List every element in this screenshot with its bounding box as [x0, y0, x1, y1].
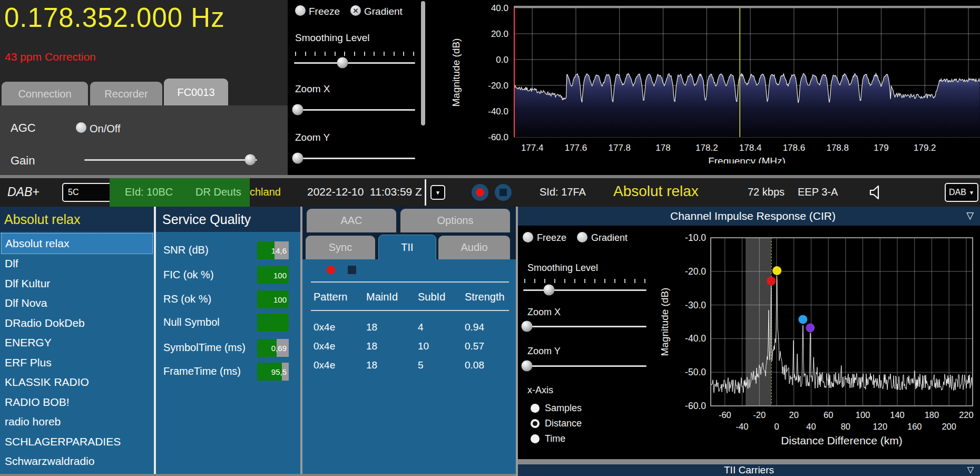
- agc-radio[interactable]: [76, 122, 86, 133]
- service-quality-rows: SNR (dB)14,6FIC (ok %)100RS (ok %)100Nul…: [156, 207, 300, 476]
- collapse-triangle-icon[interactable]: ▽: [967, 464, 974, 474]
- svg-text:178.8: 178.8: [826, 143, 849, 153]
- bottom-edge: [0, 474, 516, 476]
- tab-recorder[interactable]: Recorder: [90, 82, 162, 106]
- tii-cell: 10: [418, 341, 429, 352]
- cir-zoomy-slider[interactable]: [523, 360, 646, 373]
- svg-text:-40.0: -40.0: [685, 333, 706, 344]
- service-quality-panel: Service Quality SNR (dB)14,6FIC (ok %)10…: [156, 207, 300, 476]
- quality-bar-value: 14,6: [271, 241, 287, 259]
- output-device-combo[interactable]: DAB ▼: [945, 183, 978, 202]
- quality-row-label: FIC (ok %): [163, 269, 214, 281]
- service-item[interactable]: DRadio DokDeb: [1, 313, 153, 333]
- tuner-panel: 0.178.352.000 Hz 43 ppm Correction Conne…: [0, 0, 288, 175]
- tii-carriers-title: TII Carriers: [724, 464, 774, 476]
- svg-text:180: 180: [925, 410, 939, 420]
- tab-fc0013[interactable]: FC0013: [164, 79, 228, 106]
- spectrum-svg: 40.020.00.0-20.0-40.0-60.0177.4177.6177.…: [446, 0, 980, 163]
- ppm-correction: 43 ppm Correction: [5, 51, 96, 63]
- record-button[interactable]: [472, 184, 488, 201]
- radio-icon: [531, 434, 540, 443]
- svg-text:160: 160: [907, 422, 922, 431]
- spectrum-smoothing-slider[interactable]: [294, 57, 415, 70]
- cir-freeze-label: Freeze: [537, 232, 566, 244]
- tii-cell: 0.57: [465, 341, 484, 352]
- svg-text:140: 140: [890, 410, 905, 420]
- service-item[interactable]: Dlf: [1, 254, 153, 274]
- svg-text:100: 100: [856, 410, 870, 420]
- service-item[interactable]: Schwarzwaldradio: [1, 452, 153, 472]
- spectrum-zoomx-slider[interactable]: [294, 104, 415, 116]
- speaker-icon[interactable]: [867, 183, 885, 201]
- svg-text:120: 120: [873, 422, 888, 431]
- svg-text:40: 40: [806, 422, 816, 431]
- channel-combo-value: 5C: [68, 188, 79, 197]
- xaxis-option-time[interactable]: Time: [531, 431, 636, 446]
- svg-text:178: 178: [655, 143, 670, 153]
- service-item[interactable]: SCHLAGERPARADIES: [1, 432, 153, 452]
- cir-zoomx-label: Zoom X: [527, 307, 561, 318]
- xaxis-option-label: Samples: [545, 403, 582, 414]
- tii-cell: 18: [366, 322, 377, 333]
- service-item[interactable]: ENERGY: [1, 333, 153, 353]
- spectrum-smoothing-label: Smoothing Level: [295, 32, 370, 44]
- quality-bar: 100: [257, 290, 289, 308]
- current-service-label: Absolut relax: [613, 183, 699, 200]
- xaxis-option-distance[interactable]: Distance: [531, 416, 636, 431]
- collapse-triangle-icon[interactable]: ▽: [966, 210, 974, 221]
- svg-text:0.0: 0.0: [496, 55, 508, 65]
- svg-text:-20: -20: [753, 410, 766, 420]
- tii-cell: 5: [418, 360, 424, 371]
- spectrum-gradient-radio[interactable]: ✕: [350, 5, 361, 16]
- cir-zoomy-label: Zoom Y: [527, 346, 561, 357]
- gain-label: Gain: [11, 154, 35, 168]
- service-item[interactable]: RADIO BOB!: [1, 392, 153, 412]
- chevron-down-icon: ▼: [435, 190, 440, 196]
- gain-slider[interactable]: [84, 154, 257, 167]
- pane-splitter[interactable]: [421, 1, 425, 125]
- service-item[interactable]: Dlf Nova: [1, 294, 153, 314]
- cir-title: Channel Impulse Response (CIR): [670, 210, 836, 222]
- service-item[interactable]: Absolut relax: [1, 233, 153, 254]
- quality-bar-fill: [257, 314, 289, 332]
- svg-text:-60.0: -60.0: [488, 132, 508, 142]
- quality-bar: 100: [257, 266, 289, 284]
- tii-column-header: MainId: [366, 291, 398, 303]
- service-item[interactable]: Dlf Kultur: [1, 274, 153, 294]
- cir-smoothing-slider[interactable]: [523, 284, 646, 297]
- cir-gradient-radio[interactable]: [577, 232, 587, 242]
- tii-cell: 4: [418, 322, 424, 333]
- quality-row-label: RS (ok %): [163, 293, 211, 305]
- tab-connection[interactable]: Connection: [2, 82, 88, 106]
- spectrum-zoomy-slider[interactable]: [294, 152, 415, 165]
- service-item[interactable]: KLASSIK RADIO: [1, 373, 153, 393]
- cir-zoomx-slider[interactable]: [523, 320, 646, 333]
- cir-header[interactable]: Channel Impulse Response (CIR) ▽: [518, 207, 980, 226]
- cir-freeze-radio[interactable]: [523, 232, 533, 242]
- cir-svg: -10.0-20.0-30.0-40.0-50.0-60.0-60-202060…: [661, 226, 980, 464]
- xaxis-option-samples[interactable]: Samples: [531, 401, 636, 416]
- eid-label: EId: 10BC: [125, 186, 173, 198]
- tii-panel: AAC Options Sync TII Audio PatternMainId…: [302, 207, 516, 476]
- svg-text:-20.0: -20.0: [488, 81, 508, 91]
- service-item[interactable]: ERF Plus: [1, 353, 153, 373]
- quality-row-label: SNR (dB): [163, 244, 209, 256]
- tii-carriers-header[interactable]: TII Carriers ▽: [518, 464, 980, 476]
- svg-text:-40: -40: [736, 422, 749, 431]
- svg-text:Magnitude (dB): Magnitude (dB): [450, 38, 462, 107]
- stop-button[interactable]: [495, 184, 512, 201]
- svg-text:40.0: 40.0: [491, 3, 508, 13]
- services-panel: Absolut relax Absolut relaxDlfDlf Kultur…: [0, 207, 154, 476]
- agc-label: AGC: [11, 121, 36, 135]
- spectrum-freeze-radio[interactable]: [295, 5, 306, 16]
- ensemble-name-part1: DR Deuts: [195, 186, 241, 198]
- spectrum-controls: Freeze ✕ Gradient Smoothing Level Zoom X…: [288, 0, 427, 175]
- service-item[interactable]: radio horeb: [1, 412, 153, 432]
- record-options-combo[interactable]: ▼: [430, 185, 445, 200]
- svg-text:20.0: 20.0: [491, 29, 508, 39]
- quality-bar-value: 0,69: [271, 339, 287, 357]
- services-title: Absolut relax: [4, 212, 81, 227]
- radio-icon: [531, 404, 540, 413]
- tii-carriers-divider: [518, 459, 980, 464]
- svg-text:-30.0: -30.0: [685, 300, 706, 310]
